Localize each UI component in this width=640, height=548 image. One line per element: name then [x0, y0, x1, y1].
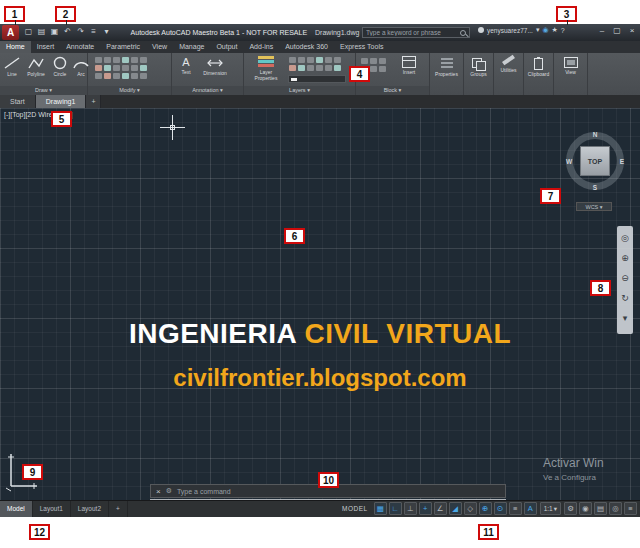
ribbon-tab-autodesk360[interactable]: Autodesk 360 — [279, 41, 334, 53]
polyline-tool[interactable]: Polyline — [24, 56, 48, 77]
command-input[interactable]: Type a command — [177, 488, 500, 495]
text-tool[interactable]: A Text — [175, 56, 197, 75]
groups-panel[interactable]: Groups — [464, 53, 494, 95]
customization-icon[interactable]: ≡ — [624, 502, 637, 515]
sign-in-area[interactable]: yenysuarez77... ▾ ◉ ★ ? — [478, 26, 565, 34]
callout-11: 11 — [478, 524, 499, 540]
windows-activation-text: Activar Win — [543, 456, 604, 470]
open-file-icon[interactable]: ▤ — [36, 26, 47, 38]
file-tab-start[interactable]: Start — [0, 95, 36, 108]
ribbon-tab-manage[interactable]: Manage — [173, 41, 210, 53]
undo-icon[interactable]: ↶ — [62, 26, 73, 38]
layout-tab-layout2[interactable]: Layout2 — [71, 501, 109, 517]
pan-icon[interactable]: ⊕ — [617, 248, 633, 268]
minimize-button[interactable]: – — [596, 26, 608, 35]
new-drawing-tab-button[interactable]: + — [86, 95, 101, 108]
wcs-dropdown[interactable]: WCS ▾ — [576, 202, 612, 211]
lineweight-icon[interactable]: ≡ — [509, 502, 522, 515]
ribbon-tab-express-tools[interactable]: Express Tools — [334, 41, 389, 53]
properties-panel[interactable]: Properties — [430, 53, 464, 95]
drawing-canvas[interactable]: [-][Top][2D Wireframe] N W E S TOP WCS ▾… — [0, 108, 640, 500]
status-toggles: MODEL ▦∟⊥+∠◢◇⊕⊙≡A 1:1 ▾ ⚙◉▤◎≡ — [342, 502, 637, 515]
quick-properties-icon[interactable]: ▤ — [594, 502, 607, 515]
model-space-label[interactable]: MODEL — [342, 505, 368, 512]
ribbon-tab-addins[interactable]: Add-ins — [243, 41, 279, 53]
navigation-wheel-icon[interactable]: ◎ — [617, 228, 633, 248]
utilities-panel[interactable]: Utilities — [494, 53, 524, 95]
clipboard-panel[interactable]: Clipboard — [524, 53, 554, 95]
osnap-tracking-icon[interactable]: ⊕ — [479, 502, 492, 515]
viewcube-east[interactable]: E — [620, 158, 624, 165]
viewcube-top-face[interactable]: TOP — [580, 146, 610, 176]
a360-sync-icon[interactable]: ◉ — [542, 26, 548, 34]
exchange-apps-icon[interactable]: ★ — [552, 26, 558, 34]
redo-icon[interactable]: ↷ — [75, 26, 86, 38]
layer-properties-tool[interactable]: Layer Properties — [248, 56, 284, 81]
layers-panel-label[interactable]: Layers ▾ — [244, 86, 355, 95]
command-customize-icon[interactable]: ⚙ — [166, 487, 172, 495]
viewcube-west[interactable]: W — [566, 158, 572, 165]
annotation-visibility-icon[interactable]: A — [524, 502, 537, 515]
insert-block-tool[interactable]: Insert — [394, 56, 424, 75]
circle-tool[interactable]: Circle — [50, 56, 70, 77]
annotation-panel-label[interactable]: Annotation ▾ — [172, 86, 243, 95]
line-tool[interactable]: Line — [2, 56, 22, 77]
ortho-icon[interactable]: ∠ — [434, 502, 447, 515]
command-close-icon[interactable]: × — [156, 487, 161, 496]
osnap-icon[interactable]: ⊙ — [494, 502, 507, 515]
isolate-objects-icon[interactable]: ◎ — [609, 502, 622, 515]
block-panel-label[interactable]: Block ▾ — [356, 86, 429, 95]
new-layout-button[interactable]: + — [109, 501, 128, 517]
properties-icon — [441, 58, 453, 70]
annotation-monitor-icon[interactable]: ◉ — [579, 502, 592, 515]
ribbon-tab-home[interactable]: Home — [0, 41, 31, 53]
signin-username[interactable]: yenysuarez77... — [487, 27, 533, 34]
modify-tool-icons[interactable] — [94, 56, 152, 80]
snap-icon[interactable]: ∟ — [389, 502, 402, 515]
workspace-switching-icon[interactable]: ⚙ — [564, 502, 577, 515]
maximize-button[interactable]: ▢ — [611, 26, 623, 35]
viewcube-north[interactable]: N — [593, 131, 598, 138]
status-utility-icons: ⚙◉▤◎≡ — [564, 502, 637, 515]
dynamic-input-icon[interactable]: + — [419, 502, 432, 515]
ribbon-tab-insert[interactable]: Insert — [31, 41, 61, 53]
view-panel[interactable]: View — [554, 53, 588, 95]
new-file-icon[interactable]: ▢ — [23, 26, 34, 38]
viewcube[interactable]: N W E S TOP — [566, 132, 624, 190]
modify-panel-label[interactable]: Modify ▾ — [88, 86, 171, 95]
layer-dropdown[interactable] — [288, 75, 346, 83]
callout-10: 10 — [318, 472, 339, 488]
annotation-scale-control[interactable]: 1:1 ▾ — [540, 502, 561, 515]
close-button[interactable]: × — [626, 26, 638, 35]
ribbon-tab-output[interactable]: Output — [210, 41, 243, 53]
viewcube-south[interactable]: S — [593, 184, 597, 191]
ribbon-tab-annotate[interactable]: Annotate — [60, 41, 100, 53]
title-bar: A ▢▤▣↶↷≡▾ Autodesk AutoCAD Maestro Beta … — [0, 24, 640, 41]
callout-7: 7 — [540, 188, 561, 204]
application-menu-button[interactable]: A — [2, 25, 19, 40]
search-icon[interactable] — [460, 30, 466, 36]
layout-tab-model[interactable]: Model — [0, 501, 33, 517]
layout-tab-layout1[interactable]: Layout1 — [33, 501, 71, 517]
ribbon-tab-parametric[interactable]: Parametric — [100, 41, 146, 53]
file-tab-drawing1[interactable]: Drawing1 — [36, 95, 87, 108]
grid-icon[interactable]: ▦ — [374, 502, 387, 515]
signin-caret-icon[interactable]: ▾ — [536, 26, 540, 34]
dimension-tool[interactable]: Dimension — [199, 56, 231, 76]
orbit-icon[interactable]: ↻ — [617, 288, 633, 308]
qat-dropdown-icon[interactable]: ▾ — [101, 26, 112, 38]
layer-tool-icons[interactable] — [288, 56, 350, 72]
zoom-icon[interactable]: ⊖ — [617, 268, 633, 288]
ribbon-tab-view[interactable]: View — [146, 41, 173, 53]
infer-constraints-icon[interactable]: ⊥ — [404, 502, 417, 515]
scale-caret-icon: ▾ — [554, 505, 557, 513]
help-search-field[interactable]: Type a keyword or phrase — [362, 27, 470, 38]
isodraft-icon[interactable]: ◇ — [464, 502, 477, 515]
plot-icon[interactable]: ≡ — [88, 26, 99, 38]
help-icon[interactable]: ? — [561, 27, 565, 34]
layers-panel: Layer Properties Layers ▾ — [244, 53, 356, 95]
save-icon[interactable]: ▣ — [49, 26, 60, 38]
insert-block-icon — [402, 56, 416, 68]
polar-tracking-icon[interactable]: ◢ — [449, 502, 462, 515]
draw-panel-label[interactable]: Draw ▾ — [0, 86, 87, 95]
